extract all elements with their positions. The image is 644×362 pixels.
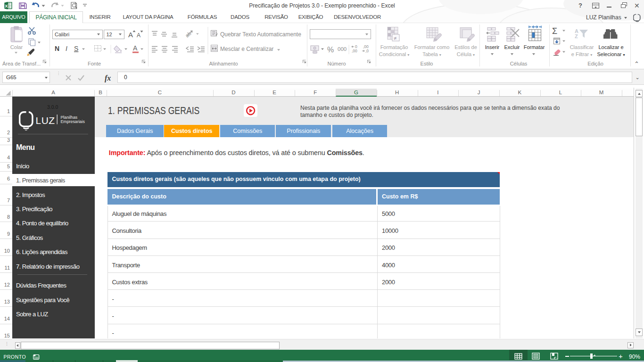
svg-text:ab: ab (184, 30, 192, 38)
svg-text:Σ: Σ (552, 26, 557, 36)
svg-text:A: A (133, 44, 138, 52)
svg-text:Z: Z (575, 33, 578, 39)
svg-text:≠: ≠ (394, 35, 396, 41)
svg-text:S: S (74, 45, 78, 52)
svg-text:000: 000 (338, 46, 347, 52)
svg-text:N: N (55, 45, 59, 52)
svg-text:,00: ,00 (352, 49, 357, 53)
svg-text:A: A (137, 32, 140, 39)
svg-text:,0: ,0 (365, 49, 369, 53)
svg-text:%: % (327, 46, 334, 54)
svg-text:fx: fx (105, 74, 111, 82)
svg-text:X: X (5, 3, 8, 8)
svg-text:Empresariais: Empresariais (61, 119, 85, 124)
svg-text:I: I (66, 45, 67, 52)
svg-text:A: A (128, 31, 133, 39)
svg-text:LUZ: LUZ (36, 115, 55, 126)
